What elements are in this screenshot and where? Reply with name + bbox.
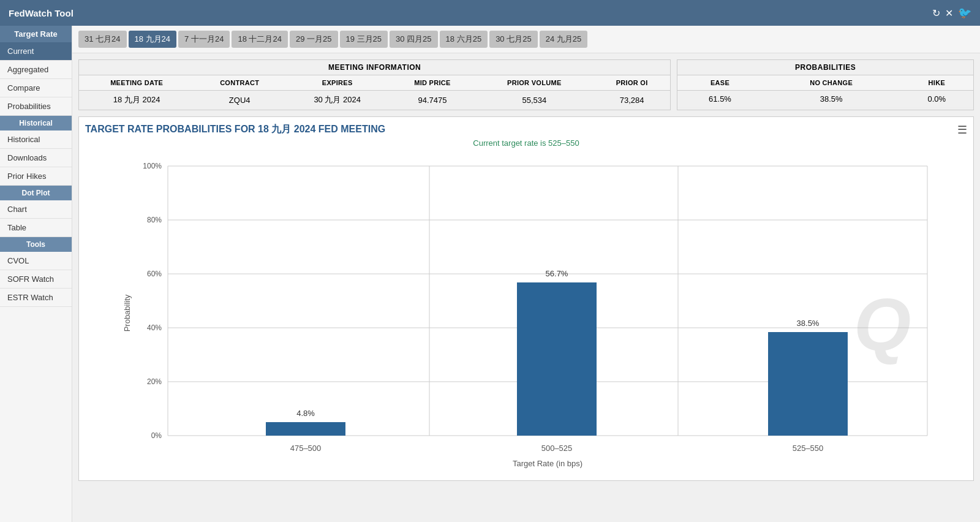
- main-content: 31 七月2418 九月247 十一月2418 十二月2429 一月2519 三…: [72, 26, 980, 522]
- cell-contract: ZQU4: [194, 91, 285, 110]
- cell-no-change: 38.5%: [763, 91, 900, 108]
- cell-meeting-date: 18 九月 2024: [79, 91, 194, 110]
- sidebar-item-current[interactable]: Current: [0, 42, 72, 61]
- y-tick-20: 20%: [147, 377, 162, 386]
- chart-section: TARGET RATE PROBABILITIES FOR 18 九月 2024…: [78, 116, 974, 481]
- probabilities-panel: PROBABILITIES EASE NO CHANGE HIKE 61.5%: [677, 59, 974, 110]
- sidebar-item-chart[interactable]: Chart: [0, 200, 72, 219]
- col-expires: EXPIRES: [285, 75, 390, 91]
- cell-ease: 61.5%: [677, 91, 762, 108]
- cell-hike: 0.0%: [900, 91, 973, 108]
- col-ease: EASE: [677, 75, 762, 91]
- cell-mid-price: 94.7475: [390, 91, 475, 110]
- y-tick-100: 100%: [143, 162, 162, 170]
- tab-30-7-25[interactable]: 30 七月25: [489, 31, 538, 48]
- sidebar-item-cvol[interactable]: CVOL: [0, 252, 72, 270]
- meeting-info-panel: MEETING INFORMATION MEETING DATE CONTRAC…: [78, 59, 671, 110]
- sidebar-item-table[interactable]: Table: [0, 219, 72, 237]
- tab-29-1-25[interactable]: 29 一月25: [290, 31, 338, 48]
- x-axis-label: Target Rate (in bps): [513, 459, 582, 468]
- refresh-icon[interactable]: ↻: [932, 7, 940, 19]
- close-icon[interactable]: ✕: [945, 7, 953, 19]
- col-mid-price: MID PRICE: [390, 75, 475, 91]
- hamburger-icon[interactable]: ☰: [957, 123, 967, 137]
- y-axis-label: Probability: [123, 294, 132, 331]
- sidebar-item-historical[interactable]: Historical: [0, 130, 72, 149]
- x-label-475-500: 475–500: [290, 444, 322, 453]
- sidebar: Target Rate Current Aggregated Compare P…: [0, 26, 72, 522]
- col-contract: CONTRACT: [194, 75, 285, 91]
- historical-group-header: Historical: [0, 116, 72, 130]
- sidebar-item-estr-watch[interactable]: ESTR Watch: [0, 289, 72, 307]
- bar-500-525: [517, 282, 597, 436]
- tab-30-4-25[interactable]: 30 四月25: [390, 31, 438, 48]
- tools-group-header: Tools: [0, 237, 72, 252]
- cell-prior-volume: 55,534: [475, 91, 594, 110]
- bar-label-500-525: 56.7%: [546, 269, 568, 278]
- tab-18-6-25[interactable]: 18 六月25: [440, 31, 488, 48]
- bar-525-550: [768, 332, 848, 436]
- app-title: FedWatch Tool: [9, 8, 74, 18]
- col-no-change: NO CHANGE: [763, 75, 900, 91]
- tab-18-12-24[interactable]: 18 十二月24: [232, 31, 288, 48]
- top-bar: FedWatch Tool ↻ ✕ 🐦: [0, 0, 980, 26]
- x-label-525-550: 525–550: [793, 444, 824, 453]
- col-prior-volume: PRIOR VOLUME: [475, 75, 594, 91]
- y-tick-40: 40%: [147, 323, 162, 332]
- watermark: Q: [854, 283, 911, 365]
- y-tick-80: 80%: [147, 216, 162, 224]
- target-rate-header: Target Rate: [0, 26, 72, 42]
- meeting-info-header: MEETING INFORMATION: [79, 60, 670, 75]
- dot-plot-group-header: Dot Plot: [0, 186, 72, 200]
- sidebar-item-downloads[interactable]: Downloads: [0, 149, 72, 167]
- sidebar-item-compare[interactable]: Compare: [0, 79, 72, 97]
- twitter-icon[interactable]: 🐦: [958, 6, 971, 20]
- sidebar-item-probabilities[interactable]: Probabilities: [0, 97, 72, 116]
- tab-18-9-24[interactable]: 18 九月24: [129, 31, 177, 48]
- chart-subtitle: Current target rate is 525–550: [85, 138, 967, 148]
- tab-7-11-24[interactable]: 7 十一月24: [178, 31, 230, 48]
- bar-label-525-550: 38.5%: [797, 319, 820, 328]
- top-bar-icons: ↻ ✕ 🐦: [932, 6, 971, 20]
- chart-title: TARGET RATE PROBABILITIES FOR 18 九月 2024…: [85, 123, 385, 136]
- tab-24-9-25[interactable]: 24 九月25: [540, 31, 588, 48]
- bar-label-475-500: 4.8%: [296, 409, 315, 418]
- meeting-info-row: 18 九月 2024 ZQU4 30 九月 2024 94.7475 55,53…: [79, 91, 670, 110]
- tab-19-3-25[interactable]: 19 三月25: [340, 31, 388, 48]
- cell-prior-oi: 73,284: [594, 91, 670, 110]
- sidebar-item-sofr-watch[interactable]: SOFR Watch: [0, 270, 72, 289]
- sidebar-item-prior-hikes[interactable]: Prior Hikes: [0, 167, 72, 186]
- tab-31-7-24[interactable]: 31 七月24: [78, 31, 127, 48]
- y-tick-60: 60%: [147, 270, 162, 278]
- col-hike: HIKE: [900, 75, 973, 91]
- bar-475-500: [266, 422, 345, 436]
- probabilities-row: 61.5% 38.5% 0.0%: [677, 91, 973, 108]
- col-meeting-date: MEETING DATE: [79, 75, 194, 91]
- date-tabs: 31 七月2418 九月247 十一月2418 十二月2429 一月2519 三…: [72, 26, 980, 53]
- x-label-500-525: 500–525: [541, 444, 573, 453]
- probabilities-header: PROBABILITIES: [677, 60, 973, 75]
- col-prior-oi: PRIOR OI: [594, 75, 670, 91]
- cell-expires: 30 九月 2024: [285, 91, 390, 110]
- y-tick-0: 0%: [151, 431, 162, 440]
- sidebar-item-aggregated[interactable]: Aggregated: [0, 61, 72, 79]
